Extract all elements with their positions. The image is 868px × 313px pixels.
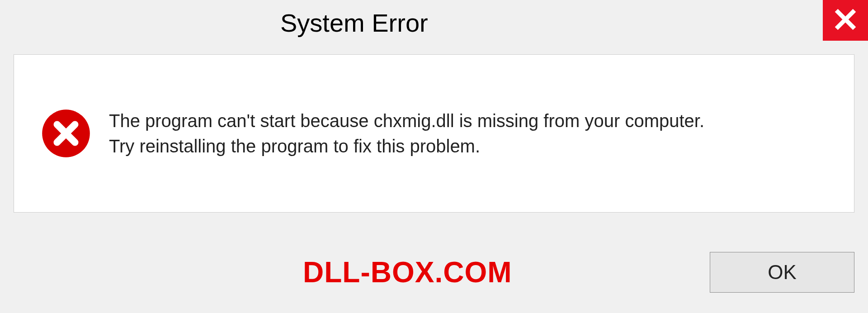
watermark-text: DLL-BOX.COM — [14, 256, 512, 289]
error-icon — [41, 109, 91, 158]
content-panel: The program can't start because chxmig.d… — [14, 54, 854, 213]
ok-button[interactable]: OK — [710, 252, 854, 293]
close-button[interactable] — [823, 0, 868, 41]
message-line-1: The program can't start because chxmig.d… — [109, 108, 827, 133]
close-icon — [834, 8, 857, 33]
error-message: The program can't start because chxmig.d… — [109, 108, 827, 159]
dialog-title: System Error — [280, 8, 428, 38]
message-line-2: Try reinstalling the program to fix this… — [109, 133, 827, 159]
titlebar: System Error — [0, 0, 868, 45]
dialog-footer: DLL-BOX.COM OK — [14, 245, 854, 299]
error-dialog: System Error The program can't start bec… — [0, 0, 868, 313]
